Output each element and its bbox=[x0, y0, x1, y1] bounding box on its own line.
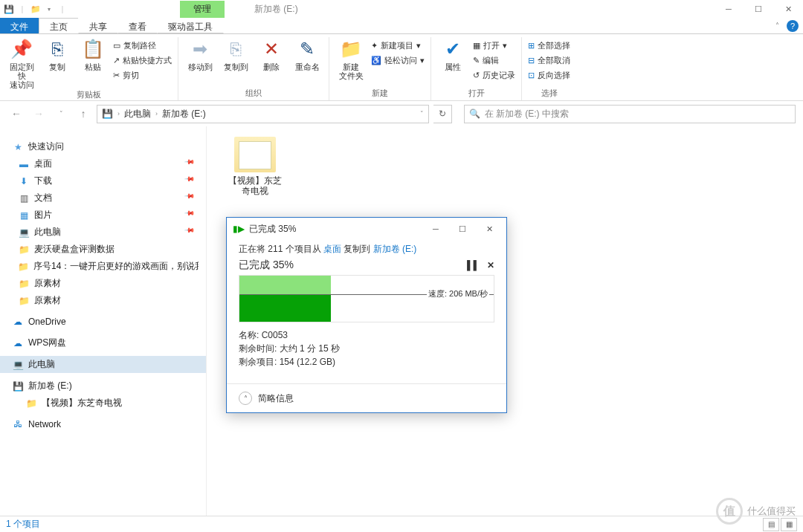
moveto-icon: ➡ bbox=[188, 37, 212, 61]
quick-access-toolbar: 💾 | 📁 ▾ | bbox=[0, 3, 68, 15]
chevron-right-icon[interactable]: › bbox=[115, 110, 123, 117]
search-icon: 🔍 bbox=[469, 108, 480, 119]
sidebar-item-newvol[interactable]: 💾新加卷 (E:) bbox=[0, 377, 206, 395]
shortcut-icon: ↗ bbox=[113, 56, 120, 65]
easy-access-button[interactable]: ♿轻松访问 ▾ bbox=[371, 53, 425, 67]
edit-button[interactable]: ✎编辑 bbox=[473, 53, 515, 67]
chevron-up-icon[interactable]: ˄ bbox=[239, 392, 252, 405]
maximize-button[interactable]: ☐ bbox=[744, 0, 773, 18]
dialog-titlebar[interactable]: ▮▶ 已完成 35% ─ ☐ ✕ bbox=[227, 218, 506, 240]
select-invert-button[interactable]: ⊡反向选择 bbox=[528, 68, 570, 82]
tab-drive-tools[interactable]: 驱动器工具 bbox=[157, 18, 224, 33]
copy-button[interactable]: ⎘ 复制 bbox=[42, 37, 73, 71]
chevron-right-icon[interactable]: › bbox=[152, 110, 161, 117]
sidebar-item-desktop[interactable]: ▬桌面📌 bbox=[0, 155, 206, 172]
refresh-button[interactable]: ↻ bbox=[433, 105, 452, 123]
ribbon-collapse-icon[interactable]: ˄ bbox=[770, 19, 784, 33]
recent-locations-button[interactable]: ˅ bbox=[52, 105, 70, 123]
sidebar-item-folder1[interactable]: 📁麦沃硬盘盒评测数据 bbox=[0, 241, 206, 258]
sidebar: ★快速访问 ▬桌面📌 ⬇下载📌 ▥文档📌 ▦图片📌 💻此电脑📌 📁麦沃硬盘盒评测… bbox=[0, 126, 207, 525]
dialog-minimize-button[interactable]: ─ bbox=[425, 221, 447, 237]
delete-x-icon: ✕ bbox=[259, 37, 283, 61]
select-all-button[interactable]: ⊞全部选择 bbox=[528, 39, 570, 52]
forward-button[interactable]: → bbox=[30, 105, 48, 123]
sidebar-item-quickaccess[interactable]: ★快速访问 bbox=[0, 138, 206, 155]
paste-shortcut-button[interactable]: ↗粘贴快捷方式 bbox=[113, 53, 172, 67]
sidebar-item-thispc[interactable]: 💻此电脑📌 bbox=[0, 224, 206, 241]
new-folder-button[interactable]: 📁新建 文件夹 bbox=[335, 37, 367, 80]
copy-to-button[interactable]: ⎘复制到 bbox=[220, 37, 251, 71]
cancel-copy-button[interactable]: ✕ bbox=[487, 260, 494, 270]
download-icon: ⬇ bbox=[18, 175, 30, 187]
open-button[interactable]: ▦打开 ▾ bbox=[473, 39, 515, 52]
pictures-icon: ▦ bbox=[18, 210, 30, 221]
dialog-maximize-button[interactable]: ☐ bbox=[451, 221, 474, 237]
copy-info: 名称: C0053 剩余时间: 大约 1 分 15 秒 剩余项目: 154 (1… bbox=[239, 328, 494, 369]
copy-from-link[interactable]: 桌面 bbox=[323, 244, 341, 254]
search-placeholder: 在 新加卷 (E:) 中搜索 bbox=[485, 108, 569, 120]
history-button[interactable]: ↺历史记录 bbox=[473, 68, 515, 82]
breadcrumb[interactable]: 💾 › 此电脑 › 新加卷 (E:) ˅ bbox=[97, 105, 429, 123]
clipboard-icon: 📋 bbox=[81, 37, 105, 61]
drive-small-icon: 💾 bbox=[102, 108, 113, 119]
watermark-icon: 值 bbox=[716, 498, 743, 525]
move-to-button[interactable]: ➡移动到 bbox=[184, 37, 216, 71]
cut-button[interactable]: ✂剪切 bbox=[113, 68, 172, 82]
sidebar-item-pictures[interactable]: ▦图片📌 bbox=[0, 207, 206, 224]
ribbon-group-open: ✔属性 ▦打开 ▾ ✎编辑 ↺历史记录 打开 bbox=[431, 37, 522, 100]
sidebar-item-wps[interactable]: ☁WPS网盘 bbox=[0, 334, 206, 351]
sidebar-item-downloads[interactable]: ⬇下载📌 bbox=[0, 172, 206, 189]
delete-button[interactable]: ✕删除 bbox=[256, 37, 287, 71]
ribbon-group-select: ⊞全部选择 ⊟全部取消 ⊡反向选择 选择 bbox=[522, 37, 576, 100]
close-button[interactable]: ✕ bbox=[773, 0, 803, 18]
select-all-icon: ⊞ bbox=[528, 41, 535, 51]
back-button[interactable]: ← bbox=[7, 105, 25, 123]
cloud-icon: ☁ bbox=[12, 316, 24, 328]
tab-file[interactable]: 文件 bbox=[0, 18, 39, 33]
dialog-close-button[interactable]: ✕ bbox=[478, 221, 500, 237]
folder-item[interactable]: 【视频】东芝奇电视 bbox=[222, 137, 288, 197]
navigation-bar: ← → ˅ ↑ 💾 › 此电脑 › 新加卷 (E:) ˅ ↻ 🔍 在 新加卷 (… bbox=[0, 101, 803, 126]
breadcrumb-thispc[interactable]: 此电脑 bbox=[124, 108, 151, 120]
drive-icon: 💾 bbox=[12, 380, 24, 392]
select-none-button[interactable]: ⊟全部取消 bbox=[528, 53, 570, 67]
sidebar-item-network[interactable]: 🖧Network bbox=[0, 416, 206, 432]
folder-qat-icon[interactable]: 📁 bbox=[30, 3, 42, 15]
folder-icon: 📁 bbox=[18, 261, 29, 273]
copy-to-link[interactable]: 新加卷 (E:) bbox=[373, 244, 417, 254]
sidebar-item-thispc2[interactable]: 💻此电脑 bbox=[0, 356, 206, 373]
tab-home[interactable]: 主页 bbox=[39, 18, 79, 33]
tab-share[interactable]: 共享 bbox=[78, 18, 118, 33]
group-label-select: 选择 bbox=[528, 88, 570, 100]
sidebar-item-onedrive[interactable]: ☁OneDrive bbox=[0, 314, 206, 330]
pause-button[interactable]: ▐▐ bbox=[464, 260, 477, 270]
brief-info-toggle[interactable]: 简略信息 bbox=[258, 392, 294, 405]
dialog-title: 已完成 35% bbox=[249, 223, 296, 236]
sidebar-item-folder2[interactable]: 📁序号14：一键开启更好的游戏画面，别说我没告诉 bbox=[0, 258, 206, 275]
new-item-button[interactable]: ✦新建项目 ▾ bbox=[371, 39, 425, 52]
qat-chevron[interactable]: ▾ bbox=[43, 3, 55, 15]
sidebar-item-folder4[interactable]: 📁原素材 bbox=[0, 292, 206, 309]
minimize-button[interactable]: ─ bbox=[714, 0, 744, 18]
sidebar-item-video[interactable]: 📁【视频】东芝奇电视 bbox=[0, 395, 206, 412]
window-title: 新加卷 (E:) bbox=[254, 3, 298, 16]
speed-graph: 速度: 206 MB/秒 bbox=[239, 275, 494, 322]
new-folder-icon: 📁 bbox=[339, 37, 363, 61]
thispc-icon: 💻 bbox=[12, 359, 24, 371]
up-button[interactable]: ↑ bbox=[74, 105, 92, 123]
help-icon[interactable]: ? bbox=[787, 20, 799, 32]
tab-view[interactable]: 查看 bbox=[117, 18, 158, 33]
contextual-tab-header: 管理 bbox=[180, 1, 225, 18]
sidebar-item-folder3[interactable]: 📁原素材 bbox=[0, 275, 206, 292]
group-label-open: 打开 bbox=[437, 88, 515, 100]
rename-button[interactable]: ✎重命名 bbox=[291, 37, 323, 71]
breadcrumb-volume[interactable]: 新加卷 (E:) bbox=[162, 108, 206, 120]
pin-quickaccess-button[interactable]: 📌 固定到快 速访问 bbox=[6, 37, 37, 89]
properties-button[interactable]: ✔属性 bbox=[437, 37, 468, 71]
cloud-icon: ☁ bbox=[12, 337, 24, 349]
search-input[interactable]: 🔍 在 新加卷 (E:) 中搜索 bbox=[464, 105, 796, 123]
sidebar-item-documents[interactable]: ▥文档📌 bbox=[0, 189, 206, 207]
chevron-down-icon[interactable]: ˅ bbox=[420, 110, 424, 117]
paste-button[interactable]: 📋 粘贴 bbox=[77, 37, 109, 71]
copy-path-button[interactable]: ▭复制路径 bbox=[113, 39, 172, 52]
